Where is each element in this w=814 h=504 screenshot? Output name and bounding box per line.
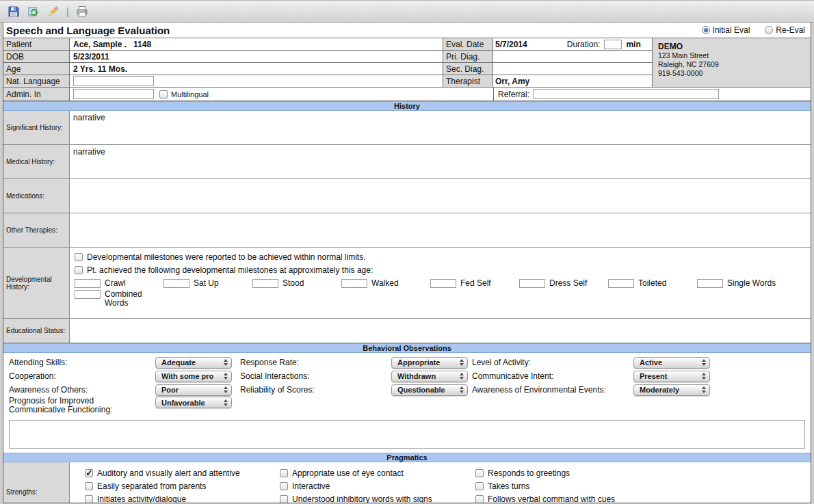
milestone-walked-input[interactable] bbox=[341, 279, 367, 288]
milestones-ages-option[interactable]: Pt. achieved the following developmental… bbox=[75, 263, 811, 276]
popup-arrows-icon bbox=[460, 359, 464, 366]
milestone-single-words-input[interactable] bbox=[697, 279, 723, 288]
milestone-single-words-label: Single Words bbox=[727, 278, 776, 288]
cooperation-select[interactable]: With some pro bbox=[155, 371, 232, 382]
milestone-toileted-input[interactable] bbox=[608, 279, 634, 288]
medications-textarea[interactable] bbox=[70, 179, 811, 213]
educational-status-textarea[interactable] bbox=[70, 319, 811, 343]
popup-arrows-icon bbox=[224, 399, 228, 406]
clinic-address-1: 123 Main Street bbox=[658, 51, 805, 60]
strength-checkbox[interactable] bbox=[280, 495, 288, 503]
strength-item[interactable]: Initiates activity/dialogue bbox=[85, 492, 280, 503]
nat-language-input[interactable] bbox=[73, 76, 154, 86]
patient-row: Patient Ace, Sample . 1148 Eval. Date 5/… bbox=[3, 38, 652, 51]
age-row: Age 2 Yrs. 11 Mos. Sec. Diag. bbox=[3, 63, 652, 75]
sync-button[interactable] bbox=[25, 3, 42, 20]
other-therapies-row: Other Therapies: bbox=[3, 213, 811, 248]
strength-item[interactable]: Takes turns bbox=[475, 479, 811, 492]
strength-checkbox[interactable] bbox=[475, 469, 484, 477]
therapist-value: Orr, Amy bbox=[493, 75, 652, 87]
developmental-history-row: Developmental History: Developmental mil… bbox=[3, 248, 811, 319]
awareness-environmental-select[interactable]: Moderately bbox=[633, 384, 710, 396]
strength-checkbox[interactable] bbox=[85, 495, 93, 503]
milestone-combined-words-input[interactable] bbox=[75, 290, 101, 299]
eval-date-label: Eval. Date bbox=[443, 38, 493, 50]
level-of-activity-label: Level of Activity: bbox=[472, 358, 633, 367]
re-eval-label: Re-Eval bbox=[776, 25, 805, 35]
save-icon bbox=[8, 5, 20, 18]
eval-type-group: Initial Eval Re-Eval bbox=[702, 25, 805, 35]
strength-item[interactable]: Easily separated from parents bbox=[85, 479, 280, 492]
strength-label: Interactive bbox=[292, 481, 330, 491]
strength-item[interactable]: Appropriate use of eye contact bbox=[280, 466, 475, 479]
significant-history-textarea[interactable]: narrative bbox=[70, 111, 811, 144]
response-rate-select[interactable]: Appropriate bbox=[391, 357, 468, 369]
strength-checkbox[interactable] bbox=[280, 482, 288, 490]
attending-skills-select[interactable]: Adequate bbox=[155, 357, 232, 369]
save-button[interactable] bbox=[5, 3, 22, 20]
strength-label: Auditory and visually alert and attentiv… bbox=[97, 468, 240, 478]
multilingual-checkbox[interactable] bbox=[159, 90, 168, 98]
response-rate-label: Response Rate: bbox=[240, 358, 391, 367]
reliability-of-scores-select[interactable]: Questionable bbox=[391, 384, 468, 396]
strength-item[interactable]: Understood inhibitory words with signs bbox=[280, 492, 475, 503]
strength-item[interactable]: Follows verbal command with cues bbox=[475, 492, 811, 503]
milestone-sat-up-label: Sat Up bbox=[194, 278, 219, 288]
cooperation-value: With some pro bbox=[161, 372, 213, 380]
initial-eval-radio[interactable] bbox=[702, 26, 710, 34]
strength-checkbox[interactable] bbox=[85, 482, 93, 490]
duration-unit: min bbox=[626, 40, 640, 49]
milestones-normal-option[interactable]: Developmental milestones were reported t… bbox=[75, 250, 811, 263]
dob-value: 5/23/2011 bbox=[70, 51, 443, 62]
page-title: Speech and Language Evaluation bbox=[6, 25, 170, 36]
patient-value: Ace, Sample . 1148 bbox=[70, 38, 443, 50]
initial-eval-option[interactable]: Initial Eval bbox=[702, 25, 750, 35]
re-eval-radio[interactable] bbox=[765, 26, 773, 34]
milestones-ages-checkbox[interactable] bbox=[75, 266, 83, 274]
strength-item[interactable]: Auditory and visually alert and attentiv… bbox=[85, 466, 280, 479]
print-button[interactable] bbox=[74, 3, 90, 20]
pencil-icon bbox=[47, 5, 60, 18]
admin-in-input[interactable] bbox=[73, 89, 154, 99]
clinic-address-2: Raleigh, NC 27609 bbox=[658, 60, 805, 69]
social-interactions-label: Social Interactions: bbox=[240, 371, 391, 381]
strength-checkbox[interactable] bbox=[280, 469, 288, 477]
strength-item[interactable]: Interactive bbox=[280, 479, 475, 492]
communicative-intent-select[interactable]: Present bbox=[633, 371, 710, 382]
awareness-of-others-label: Awareness of Others: bbox=[9, 385, 155, 395]
milestone-combined-words-label: Combined Words bbox=[105, 290, 147, 308]
referral-input[interactable] bbox=[533, 89, 719, 99]
milestone-dress-self-input[interactable] bbox=[519, 279, 545, 288]
admin-in-label: Admin. In bbox=[3, 88, 70, 101]
medical-history-textarea[interactable]: narrative bbox=[70, 145, 811, 178]
milestone-sat-up-input[interactable] bbox=[163, 279, 189, 288]
social-interactions-value: Withdrawn bbox=[397, 372, 436, 380]
pri-diag-value bbox=[493, 51, 652, 62]
milestone-crawl-label: Crawl bbox=[105, 278, 126, 288]
re-eval-option[interactable]: Re-Eval bbox=[765, 25, 805, 35]
age-value: 2 Yrs. 11 Mos. bbox=[70, 63, 443, 75]
educational-status-label: Educational Status: bbox=[3, 319, 70, 343]
other-therapies-textarea[interactable] bbox=[70, 213, 811, 247]
duration-input[interactable] bbox=[604, 40, 622, 49]
pri-diag-label: Pri. Diag. bbox=[443, 51, 493, 62]
milestone-fed-self-input[interactable] bbox=[430, 279, 456, 288]
milestone-stood-input[interactable] bbox=[252, 279, 278, 288]
social-interactions-select[interactable]: Withdrawn bbox=[391, 371, 468, 382]
milestones-normal-checkbox[interactable] bbox=[75, 253, 83, 261]
strength-checkbox[interactable] bbox=[475, 495, 484, 503]
level-of-activity-select[interactable]: Active bbox=[633, 357, 710, 369]
reliability-of-scores-value: Questionable bbox=[397, 386, 445, 394]
erase-button[interactable] bbox=[45, 3, 62, 20]
strength-checkbox[interactable] bbox=[85, 469, 93, 477]
behavioral-notes-textarea[interactable] bbox=[9, 420, 805, 449]
prognosis-select[interactable]: Unfavorable bbox=[155, 397, 232, 408]
awareness-of-others-select[interactable]: Poor bbox=[155, 384, 232, 396]
multilingual-label: Multilingual bbox=[171, 90, 209, 98]
popup-arrows-icon bbox=[460, 386, 464, 393]
milestone-crawl-input[interactable] bbox=[75, 279, 101, 288]
strength-label: Follows verbal command with cues bbox=[488, 494, 615, 504]
initial-eval-label: Initial Eval bbox=[713, 25, 750, 35]
strength-item[interactable]: Responds to greetings bbox=[475, 466, 811, 479]
strength-checkbox[interactable] bbox=[475, 482, 484, 490]
